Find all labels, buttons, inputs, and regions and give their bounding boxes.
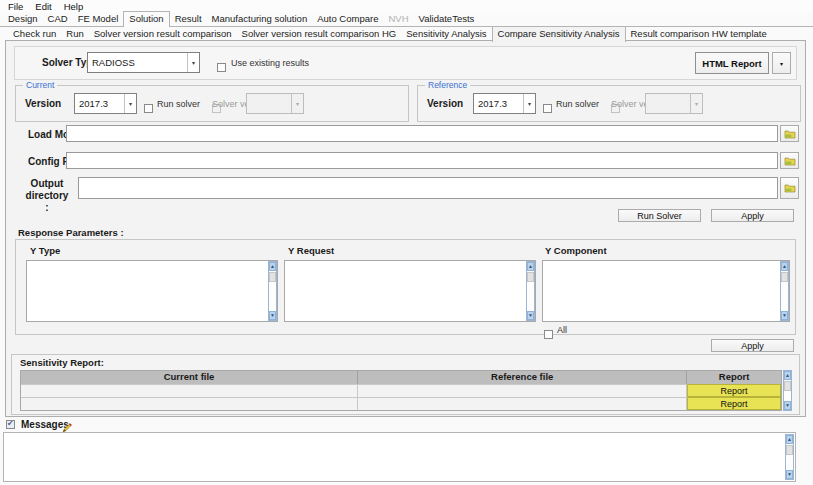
menu-file[interactable]: File bbox=[2, 1, 29, 12]
folder-icon bbox=[784, 156, 796, 166]
scroll-up-icon[interactable]: ▲ bbox=[786, 435, 793, 444]
tab-run[interactable]: Run bbox=[61, 27, 88, 41]
current-solver-ver-select: ▾ bbox=[246, 93, 304, 114]
reference-version-value: 2017.3 bbox=[474, 98, 523, 109]
y-type-scrollbar[interactable]: ▲ ▼ bbox=[268, 261, 277, 321]
config-file-input[interactable] bbox=[66, 152, 778, 169]
output-directory-browse-button[interactable] bbox=[780, 177, 799, 199]
output-directory-input[interactable] bbox=[78, 177, 778, 199]
scroll-track[interactable] bbox=[269, 271, 276, 311]
scroll-up-icon[interactable]: ▲ bbox=[784, 371, 791, 380]
current-group: Current Version 2017.3 ▾ Run solver Solv… bbox=[15, 85, 409, 122]
reference-group: Reference Version 2017.3 ▾ Run solver So… bbox=[417, 85, 801, 122]
config-file-browse-button[interactable] bbox=[780, 152, 799, 169]
scroll-thumb[interactable] bbox=[269, 272, 276, 282]
scroll-down-icon[interactable]: ▼ bbox=[781, 311, 788, 320]
tab-manufacturing-solution[interactable]: Manufacturing solution bbox=[207, 12, 313, 26]
reference-version-label: Version bbox=[427, 98, 463, 109]
reference-version-select[interactable]: 2017.3 ▾ bbox=[473, 93, 536, 114]
chevron-down-icon: ▾ bbox=[523, 94, 535, 113]
tab-design[interactable]: Design bbox=[3, 12, 43, 26]
chevron-down-icon: ▾ bbox=[124, 94, 136, 113]
report-button[interactable]: Report bbox=[687, 384, 781, 397]
scroll-down-icon[interactable]: ▼ bbox=[786, 470, 793, 479]
menu-edit[interactable]: Edit bbox=[29, 1, 57, 12]
scroll-thumb[interactable] bbox=[527, 272, 534, 282]
tab-check-run[interactable]: Check run bbox=[8, 27, 61, 41]
load-model-input[interactable] bbox=[66, 125, 778, 142]
application-window: File Edit Help Design CAD FE Model Solut… bbox=[0, 0, 813, 485]
scroll-up-icon[interactable]: ▲ bbox=[269, 262, 276, 271]
column-header-report[interactable]: Report bbox=[687, 371, 781, 384]
messages-content bbox=[6, 435, 783, 479]
current-version-label: Version bbox=[25, 98, 61, 109]
current-file-cell[interactable] bbox=[21, 384, 358, 397]
apply-button-top[interactable]: Apply bbox=[711, 209, 794, 222]
tab-cad[interactable]: CAD bbox=[43, 12, 73, 26]
tab-fe-model[interactable]: FE Model bbox=[73, 12, 124, 26]
scroll-thumb[interactable] bbox=[786, 445, 793, 455]
current-version-value: 2017.3 bbox=[75, 98, 124, 109]
sensitivity-report-table: Current file Reference file Report Repor… bbox=[20, 370, 782, 411]
current-run-solver-label: Run solver bbox=[157, 99, 200, 109]
reference-file-cell[interactable] bbox=[358, 397, 687, 410]
scroll-down-icon[interactable]: ▼ bbox=[527, 311, 534, 320]
chevron-down-icon: ▾ bbox=[780, 60, 783, 67]
scroll-down-icon[interactable]: ▼ bbox=[269, 311, 276, 320]
current-version-select[interactable]: 2017.3 ▾ bbox=[74, 93, 137, 114]
html-report-button[interactable]: HTML Report bbox=[695, 52, 769, 74]
secondary-tab-bar: Check run Run Solver version result comp… bbox=[0, 27, 813, 41]
all-checkbox[interactable] bbox=[544, 330, 553, 339]
table-header-row: Current file Reference file Report bbox=[21, 371, 781, 384]
scroll-track[interactable] bbox=[786, 444, 793, 470]
scroll-up-icon[interactable]: ▲ bbox=[781, 262, 788, 271]
column-header-reference-file[interactable]: Reference file bbox=[358, 371, 687, 384]
scroll-track[interactable] bbox=[784, 380, 791, 401]
tab-solver-version-result-comparison[interactable]: Solver version result comparison bbox=[89, 27, 237, 41]
tab-validatetests[interactable]: ValidateTests bbox=[414, 12, 480, 26]
solver-type-select[interactable]: RADIOSS ▾ bbox=[87, 52, 200, 73]
scroll-track[interactable] bbox=[781, 271, 788, 311]
tab-result[interactable]: Result bbox=[170, 12, 207, 26]
current-run-solver-checkbox[interactable] bbox=[144, 104, 153, 113]
run-solver-button[interactable]: Run Solver bbox=[618, 209, 701, 222]
apply-button-response-parameters[interactable]: Apply bbox=[711, 339, 794, 352]
reference-run-solver-checkbox[interactable] bbox=[543, 104, 552, 113]
compare-sensitivity-analysis-panel: Solver Type : RADIOSS ▾ Use existing res… bbox=[5, 40, 806, 417]
sensitivity-report-title: Sensitivity Report: bbox=[20, 357, 104, 368]
messages-scrollbar[interactable]: ▲ ▼ bbox=[785, 434, 794, 480]
y-type-listbox[interactable]: ▲ ▼ bbox=[26, 260, 278, 322]
html-report-split-button[interactable]: ▾ bbox=[772, 52, 791, 74]
scroll-track[interactable] bbox=[527, 271, 534, 311]
reference-file-cell[interactable] bbox=[358, 384, 687, 397]
y-component-listbox[interactable]: ▲ ▼ bbox=[542, 260, 790, 322]
report-button[interactable]: Report bbox=[687, 397, 781, 410]
primary-tab-bar: Design CAD FE Model Solution Result Manu… bbox=[0, 13, 813, 27]
scroll-thumb[interactable] bbox=[781, 272, 788, 282]
chevron-down-icon: ▾ bbox=[291, 94, 303, 113]
sensitivity-report-section: Sensitivity Report: Current file Referen… bbox=[11, 354, 800, 415]
messages-log[interactable]: ▲ ▼ bbox=[3, 432, 796, 482]
y-component-scrollbar[interactable]: ▲ ▼ bbox=[780, 261, 789, 321]
output-directory-label: Output directory : bbox=[24, 178, 70, 214]
tab-sensitivity-analysis[interactable]: Sensitivity Analysis bbox=[401, 27, 491, 41]
scroll-down-icon[interactable]: ▼ bbox=[784, 401, 791, 410]
tab-result-comparison-hw-template[interactable]: Result comparison HW template bbox=[626, 27, 772, 41]
reference-run-solver-label: Run solver bbox=[556, 99, 599, 109]
tab-auto-compare[interactable]: Auto Compare bbox=[312, 12, 383, 26]
scroll-thumb[interactable] bbox=[784, 381, 791, 391]
y-request-listbox[interactable]: ▲ ▼ bbox=[284, 260, 536, 322]
solver-type-value: RADIOSS bbox=[88, 57, 187, 68]
tab-solution[interactable]: Solution bbox=[123, 11, 169, 27]
menu-help[interactable]: Help bbox=[58, 1, 90, 12]
y-request-scrollbar[interactable]: ▲ ▼ bbox=[526, 261, 535, 321]
use-existing-results-checkbox[interactable] bbox=[217, 63, 226, 72]
scroll-up-icon[interactable]: ▲ bbox=[527, 262, 534, 271]
load-model-browse-button[interactable] bbox=[780, 125, 799, 142]
column-header-current-file[interactable]: Current file bbox=[21, 371, 358, 384]
sensitivity-table-scrollbar[interactable]: ▲ ▼ bbox=[783, 370, 792, 411]
tab-solver-version-result-comparison-hg[interactable]: Solver version result comparison HG bbox=[237, 27, 402, 41]
messages-checkbox[interactable] bbox=[6, 420, 15, 429]
current-file-cell[interactable] bbox=[21, 397, 358, 410]
tab-compare-sensitivity-analysis[interactable]: Compare Sensitivity Analysis bbox=[492, 26, 626, 42]
